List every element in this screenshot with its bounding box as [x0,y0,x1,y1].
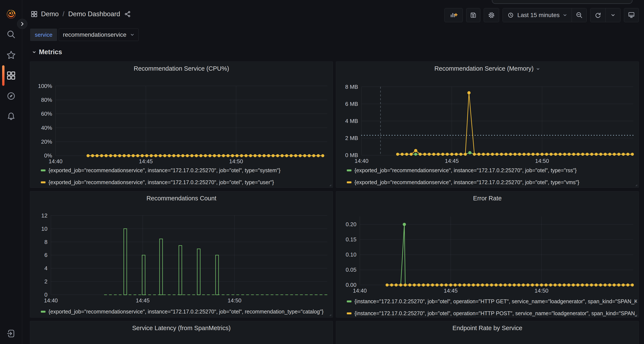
legend-swatch [41,181,46,183]
panel-resize-handle[interactable] [328,183,332,187]
panel-title: Endpoint Rate by Service [452,325,522,332]
panel-title: Service Latency (from SpanMetrics) [132,325,231,332]
panel-resize-handle[interactable] [634,183,638,187]
panel-recommendation-cpu: Recommendation Service (CPU%) 0%20%40%60… [30,61,333,188]
svg-text:4 MB: 4 MB [345,118,358,124]
dashboard-toolbar: Last 15 minutes [444,8,639,22]
panel-resize-handle[interactable] [634,313,638,317]
dashboards-grid-icon [6,71,16,80]
legend-label: {exported_job="recommendationservice", i… [354,167,577,173]
panel-resize-handle[interactable] [328,313,332,317]
svg-text:6: 6 [44,252,48,258]
zoom-out-button[interactable] [572,8,586,22]
legend-swatch [347,301,352,302]
sidebar-item-sign-in[interactable] [6,329,16,339]
legend-item[interactable]: {instance="172.17.0.2:25270", job="otel"… [347,310,637,317]
refresh-interval-dropdown[interactable] [605,8,620,22]
svg-text:0 MB: 0 MB [345,152,358,158]
kiosk-mode-button[interactable] [624,8,639,22]
sidebar-item-search[interactable] [6,29,16,39]
panel-header[interactable]: Endpoint Rate by Service [336,321,639,335]
legend-item[interactable]: {exported_job="recommendationservice", i… [41,179,331,185]
panel-recommendations-count: Recommendations Count 02468101214:4014:4… [30,191,333,318]
svg-text:2: 2 [44,279,48,285]
svg-text:14:40: 14:40 [49,158,62,164]
svg-text:14:45: 14:45 [445,158,459,164]
chevron-down-icon [32,49,37,55]
grafana-logo[interactable] [6,8,16,19]
chart-legend: {instance="172.17.0.2:25270", job="otel"… [347,298,637,322]
legend-item[interactable]: {exported_job="recommendationservice", i… [347,179,637,185]
svg-text:14:45: 14:45 [444,288,458,294]
row-title: Metrics [39,48,62,56]
panel-error-rate: Error Rate 0.000.050.100.150.2014:4014:4… [336,191,639,318]
save-dashboard-button[interactable] [466,8,480,22]
search-icon [6,30,16,39]
svg-text:14:45: 14:45 [136,298,150,304]
chevron-down-icon [130,32,134,37]
chevron-right-icon [18,20,26,27]
star-icon [6,50,16,60]
legend-label: {exported_job="recommendationservice", i… [48,167,280,173]
svg-text:0.15: 0.15 [346,236,356,242]
sidebar-expand-button[interactable] [17,19,27,29]
dashboard-settings-button[interactable] [484,8,499,22]
legend-label: {exported_job="recommendationservice", i… [354,179,579,185]
breadcrumb: Demo / Demo Dashboard [31,8,131,20]
variable-value-dropdown[interactable]: recommendationservice [59,29,138,41]
svg-text:80%: 80% [41,97,52,103]
legend-item[interactable]: {instance="172.17.0.2:25270", job="otel"… [347,298,637,305]
svg-text:14:50: 14:50 [535,158,549,164]
sidebar-item-explore[interactable] [6,91,16,101]
variable-label[interactable]: service [30,29,57,41]
legend-item[interactable]: {exported_job="recommendationservice", i… [41,308,331,315]
panel-header[interactable]: Service Latency (from SpanMetrics) [30,321,333,335]
sidebar-item-dashboards[interactable] [6,71,16,80]
svg-text:14:50: 14:50 [228,298,242,304]
sidebar-item-starred[interactable] [6,50,16,60]
legend-item[interactable]: {exported_job="recommendationservice", i… [41,167,331,173]
panel-recommendation-memory: Recommendation Service (Memory) 0 MB2 MB… [336,61,639,188]
save-dashboard-icon [470,11,477,19]
legend-label: {instance="172.17.0.2:25270", job="otel"… [354,298,637,305]
sidebar [0,0,22,344]
legend-item[interactable]: {exported_job="recommendationservice", i… [347,167,637,173]
panel-endpoint-rate: Endpoint Rate by Service [336,321,639,344]
svg-text:20%: 20% [41,139,52,145]
row-header-metrics[interactable]: Metrics [32,47,62,57]
legend-label: {exported_job="recommendationservice", i… [48,179,274,185]
refresh-icon [594,11,602,19]
share-icon[interactable] [124,11,131,17]
svg-text:10: 10 [41,226,48,232]
svg-text:0: 0 [44,292,48,298]
dashboards-grid-icon [31,11,38,17]
time-range-picker[interactable]: Last 15 minutes [503,8,572,22]
chart-legend: {exported_job="recommendationservice", i… [347,167,637,191]
sidebar-active-indicator [2,65,4,86]
add-panel-button[interactable] [444,8,463,22]
legend-swatch [347,170,352,171]
panel-service-latency: Service Latency (from SpanMetrics) [30,321,333,344]
svg-text:6 MB: 6 MB [345,101,358,107]
refresh-button[interactable] [590,8,605,22]
svg-text:0.00: 0.00 [346,282,356,288]
svg-text:14:45: 14:45 [139,158,153,164]
legend-label: {exported_job="recommendationservice", i… [48,309,324,315]
monitor-icon [628,11,635,19]
svg-text:0.05: 0.05 [346,267,356,273]
svg-text:14:50: 14:50 [534,288,548,294]
variable-value: recommendationservice [63,31,126,38]
time-controls-group: Last 15 minutes [502,8,587,22]
legend-swatch [41,311,46,313]
clock-icon [507,11,514,19]
svg-text:14:40: 14:40 [353,288,367,294]
chevron-down-icon [610,12,616,18]
svg-text:8 MB: 8 MB [345,84,358,90]
browser-overlay [492,0,632,4]
zoom-out-icon [576,11,583,19]
svg-text:12: 12 [41,212,48,218]
sidebar-item-alerting[interactable] [6,112,16,121]
breadcrumb-section[interactable]: Demo [41,10,59,18]
time-range-label: Last 15 minutes [517,12,560,18]
bar-chart[interactable]: 02468101214:4014:4514:50 [30,191,333,317]
